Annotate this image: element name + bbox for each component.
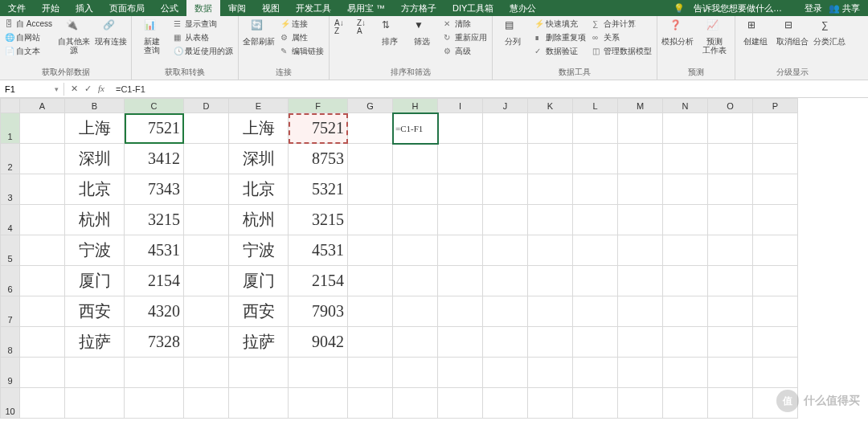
recent-sources-button[interactable]: 🕓最近使用的源 (172, 45, 235, 58)
cell[interactable] (663, 113, 708, 144)
row-header[interactable]: 10 (1, 388, 20, 419)
cell[interactable]: 上海 (65, 113, 125, 144)
cell[interactable] (663, 327, 708, 358)
column-header[interactable]: J (483, 99, 528, 113)
cell[interactable]: 5321 (289, 174, 348, 205)
cell[interactable] (393, 266, 438, 296)
cell[interactable] (663, 205, 708, 235)
cell[interactable] (483, 358, 528, 388)
cell[interactable]: 北京 (65, 174, 125, 205)
reapply-button[interactable]: ↻重新应用 (442, 31, 489, 44)
cell[interactable]: 拉萨 (229, 327, 289, 358)
cell[interactable] (393, 358, 438, 388)
row-header[interactable]: 7 (1, 296, 20, 327)
flash-fill-button[interactable]: ⚡快速填充 (533, 18, 588, 31)
refresh-all-button[interactable]: 🔄全部刷新 (242, 18, 276, 46)
cell[interactable] (184, 296, 229, 327)
cell[interactable]: =C1-F1 (393, 113, 438, 144)
filter-button[interactable]: ▼筛选 (405, 18, 439, 46)
cell[interactable] (483, 266, 528, 296)
cell[interactable] (753, 144, 798, 174)
cell[interactable]: 拉萨 (65, 327, 125, 358)
cell[interactable] (184, 144, 229, 174)
cell[interactable] (184, 358, 229, 388)
menu-tab-11[interactable]: DIY工具箱 (444, 0, 502, 17)
cell[interactable] (618, 235, 663, 266)
cell[interactable] (184, 113, 229, 144)
cell[interactable] (289, 388, 348, 419)
cell[interactable] (125, 388, 184, 419)
menu-tab-0[interactable]: 文件 (0, 0, 34, 17)
cell[interactable] (663, 388, 708, 419)
cell[interactable] (393, 296, 438, 327)
cell[interactable] (573, 296, 618, 327)
cell[interactable] (573, 327, 618, 358)
existing-connections-button[interactable]: 🔗现有连接 (94, 18, 128, 46)
from-other-sources-button[interactable]: 🔌自其他来源 (57, 18, 91, 55)
cell[interactable] (125, 358, 184, 388)
menu-tab-12[interactable]: 慧办公 (502, 0, 544, 17)
cell[interactable] (20, 327, 65, 358)
column-header[interactable]: M (618, 99, 663, 113)
cell[interactable] (438, 174, 483, 205)
cell[interactable] (663, 144, 708, 174)
column-header[interactable]: F (289, 99, 348, 113)
cell[interactable] (229, 388, 289, 419)
menu-tab-6[interactable]: 审阅 (220, 0, 254, 17)
column-header[interactable]: D (184, 99, 229, 113)
cell[interactable] (618, 144, 663, 174)
cell[interactable]: 杭州 (65, 205, 125, 235)
cell[interactable] (483, 235, 528, 266)
menu-tab-1[interactable]: 开始 (34, 0, 68, 17)
forecast-sheet-button[interactable]: 📈预测 工作表 (698, 18, 731, 55)
cell[interactable] (528, 174, 573, 205)
row-header[interactable]: 5 (1, 235, 20, 266)
cell[interactable]: 7903 (289, 296, 348, 327)
cell[interactable] (753, 174, 798, 205)
cell[interactable] (708, 144, 753, 174)
cell[interactable]: 7521 (289, 113, 348, 144)
menu-tab-8[interactable]: 开发工具 (288, 0, 339, 17)
cell[interactable] (618, 205, 663, 235)
cell[interactable] (573, 174, 618, 205)
row-header[interactable]: 4 (1, 205, 20, 235)
menu-tab-4[interactable]: 公式 (153, 0, 186, 17)
cell[interactable] (708, 388, 753, 419)
cell[interactable] (618, 388, 663, 419)
from-web-button[interactable]: 🌐自网站 (3, 31, 54, 44)
cell[interactable] (663, 235, 708, 266)
cell[interactable] (528, 205, 573, 235)
column-header[interactable]: E (229, 99, 289, 113)
cell[interactable] (184, 266, 229, 296)
cell[interactable] (618, 358, 663, 388)
formula-input[interactable]: =C1-F1 (111, 83, 868, 96)
cell[interactable] (708, 113, 753, 144)
cell[interactable] (573, 388, 618, 419)
cell[interactable] (663, 358, 708, 388)
new-query-button[interactable]: 📊新建 查询 (135, 18, 169, 55)
cell[interactable] (393, 144, 438, 174)
cell[interactable] (573, 144, 618, 174)
cell[interactable]: 7328 (125, 327, 184, 358)
cell[interactable] (528, 235, 573, 266)
cell[interactable] (483, 388, 528, 419)
cell[interactable]: 7343 (125, 174, 184, 205)
cell[interactable] (573, 113, 618, 144)
cell[interactable] (528, 358, 573, 388)
menu-tab-3[interactable]: 页面布局 (101, 0, 153, 17)
cell[interactable] (348, 144, 393, 174)
show-queries-button[interactable]: ☰显示查询 (172, 18, 235, 31)
column-header[interactable]: O (708, 99, 753, 113)
cell[interactable] (753, 327, 798, 358)
cell[interactable] (289, 358, 348, 388)
from-access-button[interactable]: 🗄自 Access (3, 18, 54, 31)
cell[interactable] (229, 358, 289, 388)
cell[interactable] (618, 266, 663, 296)
cell[interactable] (438, 113, 483, 144)
cell[interactable] (663, 266, 708, 296)
cell[interactable] (348, 205, 393, 235)
properties-button[interactable]: ⚙属性 (279, 31, 326, 44)
cell[interactable] (573, 358, 618, 388)
cell[interactable]: 4531 (289, 235, 348, 266)
cell[interactable] (438, 327, 483, 358)
